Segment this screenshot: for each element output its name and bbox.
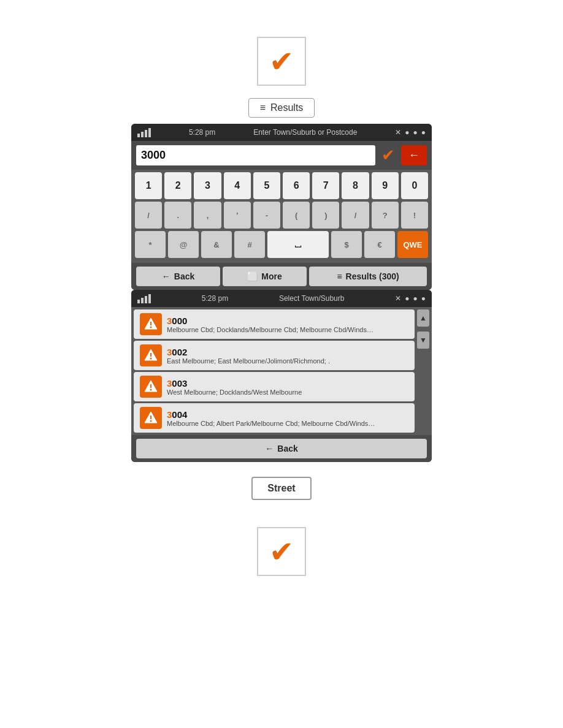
results-back-button[interactable]: ← Back <box>136 439 427 458</box>
street-button[interactable]: Street <box>251 477 311 500</box>
key-dash[interactable]: - <box>253 202 280 229</box>
list-item-text-2: 3003 West Melbourne; Docklands/West Melb… <box>167 378 408 396</box>
scrollbar: ▲ ▼ <box>417 309 429 349</box>
list-item-title-3: 3004 <box>167 409 408 420</box>
results-list: 3000 Melbourne Cbd; Docklands/Melbourne … <box>134 309 415 433</box>
list-item-title-0: 3000 <box>167 316 408 326</box>
key-question[interactable]: ? <box>372 202 399 229</box>
key-3[interactable]: 3 <box>194 172 221 199</box>
input-backspace-button[interactable]: ← <box>401 145 427 165</box>
signal-bar-3 <box>145 130 147 137</box>
results-back-arrow-icon: ← <box>265 444 274 453</box>
results-status-icons: ✕ ● ● ● <box>395 294 426 303</box>
scroll-down-button[interactable]: ▼ <box>417 332 429 349</box>
list-item-text-0: 3000 Melbourne Cbd; Docklands/Melbourne … <box>167 316 408 333</box>
key-2[interactable]: 2 <box>164 172 191 199</box>
key-asterisk[interactable]: * <box>135 231 166 258</box>
key-0[interactable]: 0 <box>401 172 428 199</box>
results-list-icon: ≡ <box>260 102 266 113</box>
symbol-row-2: * @ & # ⎵ $ € QWE <box>135 231 428 258</box>
checkmark-icon-2: ✔ <box>269 534 294 569</box>
list-item-icon-2 <box>140 376 162 398</box>
key-dot[interactable]: . <box>164 202 191 229</box>
list-item-subtitle-0: Melbourne Cbd; Docklands/Melbourne Cbd; … <box>167 326 375 333</box>
key-exclaim[interactable]: ! <box>401 202 428 229</box>
signal-dot3: ● <box>421 128 426 137</box>
keyboard-panel: 1 2 3 4 5 6 7 8 9 0 / . , ' - ( ) / ? ! … <box>131 170 432 263</box>
results-label: ≡ Results <box>248 98 315 118</box>
list-item-subtitle-1: East Melbourne; East Melbourne/Jolimont/… <box>167 357 375 365</box>
key-at[interactable]: @ <box>168 231 199 258</box>
results-label-text: Results <box>270 102 303 113</box>
results-status-bar: 5:28 pm Select Town/Suburb ✕ ● ● ● <box>131 290 432 307</box>
key-4[interactable]: 4 <box>224 172 251 199</box>
back-button-label: Back <box>174 271 194 281</box>
results-list-icon2: ≡ <box>337 271 342 281</box>
r-signal-bar-1 <box>137 300 140 303</box>
signal-bar-2 <box>141 132 144 137</box>
results-status-time: 5:28 pm <box>202 294 228 303</box>
key-7[interactable]: 7 <box>312 172 339 199</box>
results-bottom-bar: ← Back <box>131 435 432 462</box>
list-item[interactable]: 3003 West Melbourne; Docklands/West Melb… <box>134 372 415 401</box>
results-back-button-label: Back <box>277 444 297 453</box>
key-close-paren[interactable]: ) <box>312 202 339 229</box>
signal-dot2: ● <box>413 128 418 137</box>
key-ampersand[interactable]: & <box>201 231 232 258</box>
key-euro[interactable]: € <box>364 231 395 258</box>
list-item-title-2: 3003 <box>167 378 408 389</box>
keyboard-status-time: 5:28 pm <box>189 128 215 137</box>
list-item[interactable]: 3004 Melbourne Cbd; Albert Park/Melbourn… <box>134 403 415 433</box>
list-item-subtitle-2: West Melbourne; Docklands/West Melbourne <box>167 389 375 396</box>
signal-bars <box>137 128 151 137</box>
gps-icon: ✕ <box>395 128 401 137</box>
key-1[interactable]: 1 <box>135 172 162 199</box>
list-item-icon-1 <box>140 344 162 366</box>
key-space[interactable]: ⎵ <box>267 231 329 258</box>
results-list-container: 3000 Melbourne Cbd; Docklands/Melbourne … <box>131 307 432 435</box>
keyboard-bottom-bar: ← Back ⬜ More ≡ Results (300) <box>131 263 432 290</box>
search-input[interactable] <box>136 145 375 165</box>
key-dollar[interactable]: $ <box>331 231 362 258</box>
svg-point-11 <box>150 420 152 422</box>
list-item[interactable]: 3000 Melbourne Cbd; Docklands/Melbourne … <box>134 309 415 339</box>
key-slash[interactable]: / <box>135 202 162 229</box>
list-item[interactable]: 3002 East Melbourne; East Melbourne/Joli… <box>134 341 415 370</box>
key-5[interactable]: 5 <box>253 172 280 199</box>
key-apostrophe[interactable]: ' <box>224 202 251 229</box>
r-signal-bar-3 <box>145 296 147 303</box>
key-9[interactable]: 9 <box>372 172 399 199</box>
rest-0: 000 <box>172 316 187 326</box>
input-confirm-button[interactable]: ✔ <box>378 145 399 166</box>
symbol-row-1: / . , ' - ( ) / ? ! <box>135 202 428 229</box>
rest-3: 004 <box>172 409 187 420</box>
svg-point-5 <box>150 358 152 360</box>
svg-point-2 <box>150 327 152 328</box>
key-6[interactable]: 6 <box>283 172 310 199</box>
results-button[interactable]: ≡ Results (300) <box>309 267 427 286</box>
back-arrow-icon: ← <box>162 271 170 281</box>
key-open-paren[interactable]: ( <box>283 202 310 229</box>
keyboard-device: 5:28 pm Enter Town/Suburb or Postcode ✕ … <box>131 124 432 290</box>
key-comma[interactable]: , <box>194 202 221 229</box>
scroll-up-button[interactable]: ▲ <box>417 309 429 327</box>
checkmark-icon-1: ✔ <box>269 44 294 78</box>
key-8[interactable]: 8 <box>342 172 369 199</box>
svg-point-8 <box>150 389 152 391</box>
list-item-title-1: 3002 <box>167 347 408 357</box>
results-status-title: Select Town/Suburb <box>279 294 345 303</box>
r-dot2: ● <box>413 294 417 303</box>
key-slash2[interactable]: / <box>342 202 369 229</box>
more-button[interactable]: ⬜ More <box>223 267 307 286</box>
signal-dot1: ● <box>405 128 409 137</box>
back-button[interactable]: ← Back <box>136 267 220 286</box>
number-row: 1 2 3 4 5 6 7 8 9 0 <box>135 172 428 199</box>
results-button-label: Results (300) <box>346 271 399 281</box>
key-hash[interactable]: # <box>234 231 265 258</box>
list-item-icon-3 <box>140 407 162 429</box>
key-qwe[interactable]: QWE <box>397 231 428 258</box>
results-signal-bars <box>137 294 151 303</box>
checkmark-box-2: ✔ <box>257 527 306 576</box>
more-icon: ⬜ <box>247 271 258 281</box>
r-dot3: ● <box>421 294 426 303</box>
